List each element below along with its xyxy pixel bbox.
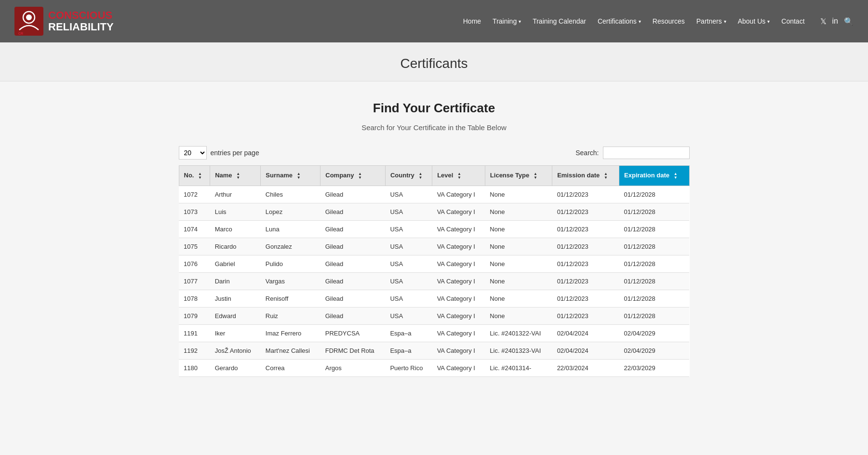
table-row: 1076GabrielPulidoGileadUSAVA Category IN… — [179, 255, 689, 272]
nav-about-us[interactable]: About Us ▾ — [738, 17, 770, 25]
search-label: Search: — [575, 149, 599, 157]
table-cell: 02/04/2024 — [552, 324, 619, 342]
nav-training-calendar[interactable]: Training Calendar — [533, 17, 586, 25]
table-cell: 01/12/2028 — [619, 220, 689, 238]
search-icon[interactable]: 🔍 — [844, 17, 854, 26]
table-cell: None — [485, 186, 552, 203]
table-cell: 1180 — [179, 359, 210, 376]
col-country[interactable]: Country ▲▼ — [385, 166, 432, 186]
search-control: Search: — [575, 147, 689, 159]
table-cell: Argos — [320, 359, 386, 376]
table-cell: 01/12/2028 — [619, 272, 689, 290]
table-cell: Correa — [261, 359, 320, 376]
col-expiration-date[interactable]: Expiration date ▲▼ — [619, 166, 689, 186]
table-cell: Lopez — [261, 203, 320, 220]
logo-icon: CR — [14, 7, 43, 36]
nav-resources[interactable]: Resources — [653, 17, 685, 25]
table-cell: Marco — [210, 220, 261, 238]
col-no[interactable]: No. ▲▼ — [179, 166, 210, 186]
table-cell: VA Category I — [432, 272, 485, 290]
svg-text:CR: CR — [18, 32, 23, 35]
sort-arrows-emission-date: ▲▼ — [604, 172, 608, 180]
nav-partners[interactable]: Partners ▾ — [696, 17, 726, 25]
table-cell: Ruiz — [261, 307, 320, 324]
table-cell: USA — [385, 290, 432, 307]
table-cell: Arthur — [210, 186, 261, 203]
table-cell: 01/12/2023 — [552, 220, 619, 238]
table-row: 1072ArthurChilesGileadUSAVA Category INo… — [179, 186, 689, 203]
table-cell: Gilead — [320, 290, 386, 307]
table-cell: Luna — [261, 220, 320, 238]
nav-home[interactable]: Home — [463, 17, 481, 25]
table-cell: Chiles — [261, 186, 320, 203]
table-cell: 02/04/2029 — [619, 324, 689, 342]
table-cell: Renisoff — [261, 290, 320, 307]
table-cell: Gilead — [320, 203, 386, 220]
table-cell: 1075 — [179, 238, 210, 255]
nav-contact[interactable]: Contact — [781, 17, 804, 25]
table-cell: Luis — [210, 203, 261, 220]
table-cell: 02/04/2029 — [619, 342, 689, 359]
svg-point-2 — [26, 14, 32, 20]
entries-per-page-select[interactable]: 20 50 100 — [179, 146, 207, 160]
table-cell: 01/12/2028 — [619, 307, 689, 324]
sort-arrows-no: ▲▼ — [198, 172, 202, 180]
table-cell: Gabriel — [210, 255, 261, 272]
table-cell: None — [485, 238, 552, 255]
logo-text: CONSCIOUS RELIABILITY — [48, 10, 114, 33]
table-row: 1079EdwardRuizGileadUSAVA Category INone… — [179, 307, 689, 324]
col-emission-date-label: Emission date — [557, 172, 600, 179]
twitter-icon[interactable]: 𝕏 — [820, 17, 827, 26]
table-cell: Mart'nez Callesi — [261, 342, 320, 359]
entries-label: entries per page — [211, 149, 259, 157]
col-license-type[interactable]: License Type ▲▼ — [485, 166, 552, 186]
nav-training[interactable]: Training ▾ — [493, 17, 521, 25]
table-cell: Darin — [210, 272, 261, 290]
sort-arrows-expiration-date: ▲▼ — [674, 172, 678, 180]
page-title-section: Certificants — [0, 42, 868, 81]
main-content: Find Your Certificate Search for Your Ce… — [169, 81, 699, 396]
table-cell: 01/12/2023 — [552, 238, 619, 255]
table-cell: VA Category I — [432, 359, 485, 376]
table-row: 1192JosŽ AntonioMart'nez CallesiFDRMC De… — [179, 342, 689, 359]
chevron-down-icon: ▾ — [639, 19, 641, 24]
table-cell: PREDYCSA — [320, 324, 386, 342]
table-cell: 01/12/2023 — [552, 255, 619, 272]
table-cell: VA Category I — [432, 255, 485, 272]
col-no-label: No. — [184, 172, 194, 179]
table-cell: USA — [385, 203, 432, 220]
col-surname[interactable]: Surname ▲▼ — [261, 166, 320, 186]
table-row: 1191IkerImaz FerreroPREDYCSAEspa–aVA Cat… — [179, 324, 689, 342]
col-name[interactable]: Name ▲▼ — [210, 166, 261, 186]
table-row: 1078JustinRenisoffGileadUSAVA Category I… — [179, 290, 689, 307]
search-input[interactable] — [603, 147, 690, 159]
col-license-type-label: License Type — [490, 172, 529, 179]
logo[interactable]: CR CONSCIOUS RELIABILITY — [14, 7, 114, 36]
col-emission-date[interactable]: Emission date ▲▼ — [552, 166, 619, 186]
table-cell: 01/12/2028 — [619, 290, 689, 307]
col-company[interactable]: Company ▲▼ — [320, 166, 386, 186]
linkedin-icon[interactable]: in — [832, 17, 838, 26]
col-level[interactable]: Level ▲▼ — [432, 166, 485, 186]
table-cell: 22/03/2029 — [619, 359, 689, 376]
table-cell: 22/03/2024 — [552, 359, 619, 376]
table-cell: 1079 — [179, 307, 210, 324]
nav-certifications[interactable]: Certifications ▾ — [598, 17, 641, 25]
table-cell: 1076 — [179, 255, 210, 272]
table-cell: Espa–a — [385, 324, 432, 342]
table-cell: Gilead — [320, 186, 386, 203]
certificates-table: No. ▲▼ Name ▲▼ Surname ▲▼ Company ▲▼ Cou… — [179, 165, 690, 377]
social-icons: 𝕏 in 🔍 — [820, 17, 854, 26]
col-country-label: Country — [390, 172, 414, 179]
table-cell: 01/12/2028 — [619, 238, 689, 255]
table-cell: USA — [385, 220, 432, 238]
table-cell: 01/12/2023 — [552, 290, 619, 307]
table-cell: None — [485, 290, 552, 307]
table-cell: USA — [385, 238, 432, 255]
table-cell: Gilead — [320, 220, 386, 238]
table-cell: 1074 — [179, 220, 210, 238]
sort-arrows-company: ▲▼ — [358, 172, 362, 180]
table-row: 1073LuisLopezGileadUSAVA Category INone0… — [179, 203, 689, 220]
table-cell: FDRMC Det Rota — [320, 342, 386, 359]
col-level-label: Level — [437, 172, 453, 179]
